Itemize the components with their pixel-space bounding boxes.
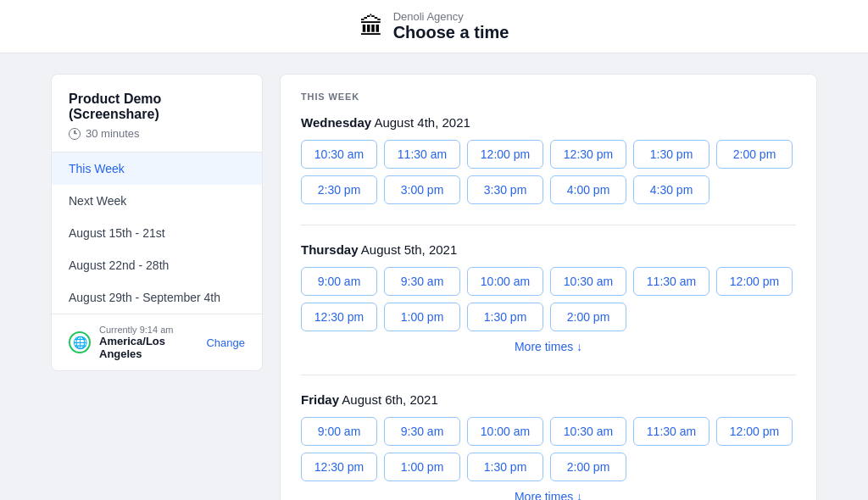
agency-icon: 🏛 bbox=[359, 13, 383, 41]
event-title: Product Demo (Screenshare) bbox=[69, 92, 245, 122]
time-slot-0-10[interactable]: 4:30 pm bbox=[633, 175, 709, 204]
time-slot-1-5[interactable]: 12:00 pm bbox=[716, 267, 793, 296]
day-header-2: Friday August 6th, 2021 bbox=[301, 392, 796, 407]
day-header-0: Wednesday August 4th, 2021 bbox=[301, 115, 796, 130]
time-slot-2-3[interactable]: 10:30 am bbox=[550, 417, 626, 446]
time-slot-2-0[interactable]: 9:00 am bbox=[301, 417, 377, 446]
right-panel: THIS WEEK Wednesday August 4th, 202110:3… bbox=[280, 74, 817, 500]
time-grid-0: 10:30 am11:30 am12:00 pm12:30 pm1:30 pm2… bbox=[301, 140, 796, 204]
header: 🏛 Denoli Agency Choose a time bbox=[0, 0, 868, 53]
week-item-4[interactable]: August 29th - September 4th bbox=[52, 281, 262, 314]
agency-name: Denoli Agency bbox=[393, 10, 509, 23]
time-slot-0-4[interactable]: 1:30 pm bbox=[633, 140, 709, 169]
week-item-3[interactable]: August 22nd - 28th bbox=[52, 249, 262, 281]
day-header-1: Thursday August 5th, 2021 bbox=[301, 242, 796, 257]
time-slot-0-3[interactable]: 12:30 pm bbox=[550, 140, 626, 169]
clock-icon bbox=[69, 128, 81, 140]
day-section-0: Wednesday August 4th, 202110:30 am11:30 … bbox=[301, 115, 796, 204]
day-section-1: Thursday August 5th, 20219:00 am9:30 am1… bbox=[301, 242, 796, 354]
week-item-0[interactable]: This Week bbox=[52, 153, 262, 185]
time-slot-0-1[interactable]: 11:30 am bbox=[384, 140, 460, 169]
time-slot-1-0[interactable]: 9:00 am bbox=[301, 267, 377, 296]
time-slot-0-6[interactable]: 2:30 pm bbox=[301, 175, 377, 204]
time-slot-2-6[interactable]: 12:30 pm bbox=[301, 453, 377, 481]
time-slot-0-5[interactable]: 2:00 pm bbox=[716, 140, 793, 169]
timezone-current: Currently 9:14 am bbox=[99, 325, 198, 335]
time-slot-0-2[interactable]: 12:00 pm bbox=[467, 140, 543, 169]
time-slot-1-6[interactable]: 12:30 pm bbox=[301, 303, 377, 331]
time-slot-2-8[interactable]: 1:30 pm bbox=[467, 453, 543, 481]
timezone-name: America/Los Angeles bbox=[99, 335, 198, 360]
time-slot-1-9[interactable]: 2:00 pm bbox=[550, 303, 626, 331]
days-container: Wednesday August 4th, 202110:30 am11:30 … bbox=[301, 115, 796, 500]
time-slot-2-7[interactable]: 1:00 pm bbox=[384, 453, 460, 481]
time-slot-0-0[interactable]: 10:30 am bbox=[301, 140, 377, 169]
timezone-text: Currently 9:14 am America/Los Angeles bbox=[99, 325, 198, 360]
time-slot-0-7[interactable]: 3:00 pm bbox=[384, 175, 460, 204]
event-info: Product Demo (Screenshare) 30 minutes bbox=[52, 75, 262, 140]
time-grid-1: 9:00 am9:30 am10:00 am10:30 am11:30 am12… bbox=[301, 267, 796, 331]
time-slot-2-1[interactable]: 9:30 am bbox=[384, 417, 460, 446]
time-slot-2-9[interactable]: 2:00 pm bbox=[550, 453, 626, 481]
more-times-button-1[interactable]: More times ↓ bbox=[301, 340, 796, 353]
globe-icon: 🌐 bbox=[69, 331, 91, 353]
week-item-2[interactable]: August 15th - 21st bbox=[52, 217, 262, 249]
time-slot-0-8[interactable]: 3:30 pm bbox=[467, 175, 543, 204]
time-slot-1-7[interactable]: 1:00 pm bbox=[384, 303, 460, 331]
week-item-1[interactable]: Next Week bbox=[52, 185, 262, 217]
event-duration: 30 minutes bbox=[69, 127, 245, 140]
time-slot-1-1[interactable]: 9:30 am bbox=[384, 267, 460, 296]
header-text: Denoli Agency Choose a time bbox=[393, 10, 509, 42]
duration-text: 30 minutes bbox=[86, 127, 140, 140]
week-label: THIS WEEK bbox=[301, 92, 796, 102]
page-title: Choose a time bbox=[393, 23, 509, 42]
day-section-2: Friday August 6th, 20219:00 am9:30 am10:… bbox=[301, 392, 796, 500]
time-slot-1-3[interactable]: 10:30 am bbox=[550, 267, 626, 296]
time-slot-1-2[interactable]: 10:00 am bbox=[467, 267, 543, 296]
time-slot-1-8[interactable]: 1:30 pm bbox=[467, 303, 543, 331]
time-slot-2-5[interactable]: 12:00 pm bbox=[716, 417, 793, 446]
change-timezone-button[interactable]: Change bbox=[206, 336, 245, 349]
main-content: Product Demo (Screenshare) 30 minutes Th… bbox=[0, 53, 868, 500]
left-panel: Product Demo (Screenshare) 30 minutes Th… bbox=[51, 74, 263, 371]
more-times-button-2[interactable]: More times ↓ bbox=[301, 490, 796, 500]
week-navigation: This WeekNext WeekAugust 15th - 21stAugu… bbox=[52, 152, 262, 314]
time-slot-0-9[interactable]: 4:00 pm bbox=[550, 175, 626, 204]
time-grid-2: 9:00 am9:30 am10:00 am10:30 am11:30 am12… bbox=[301, 417, 796, 481]
timezone-bar: 🌐 Currently 9:14 am America/Los Angeles … bbox=[52, 314, 262, 370]
time-slot-1-4[interactable]: 11:30 am bbox=[633, 267, 709, 296]
time-slot-2-4[interactable]: 11:30 am bbox=[633, 417, 709, 446]
time-slot-2-2[interactable]: 10:00 am bbox=[467, 417, 543, 446]
